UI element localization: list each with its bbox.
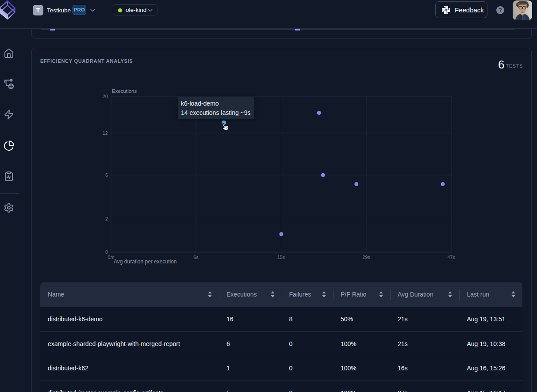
svg-text:2: 2	[105, 216, 108, 221]
svg-text:6: 6	[105, 172, 108, 178]
svg-text:Executions: Executions	[112, 88, 137, 94]
svg-text:20: 20	[103, 94, 108, 99]
svg-text:29s: 29s	[362, 255, 370, 260]
svg-text:0: 0	[105, 249, 108, 255]
svg-text:47s: 47s	[447, 255, 455, 260]
svg-text:15s: 15s	[277, 255, 285, 260]
svg-text:12: 12	[103, 130, 108, 136]
svg-text:Avg duration per execution: Avg duration per execution	[114, 259, 177, 265]
svg-text:6s: 6s	[193, 255, 199, 260]
